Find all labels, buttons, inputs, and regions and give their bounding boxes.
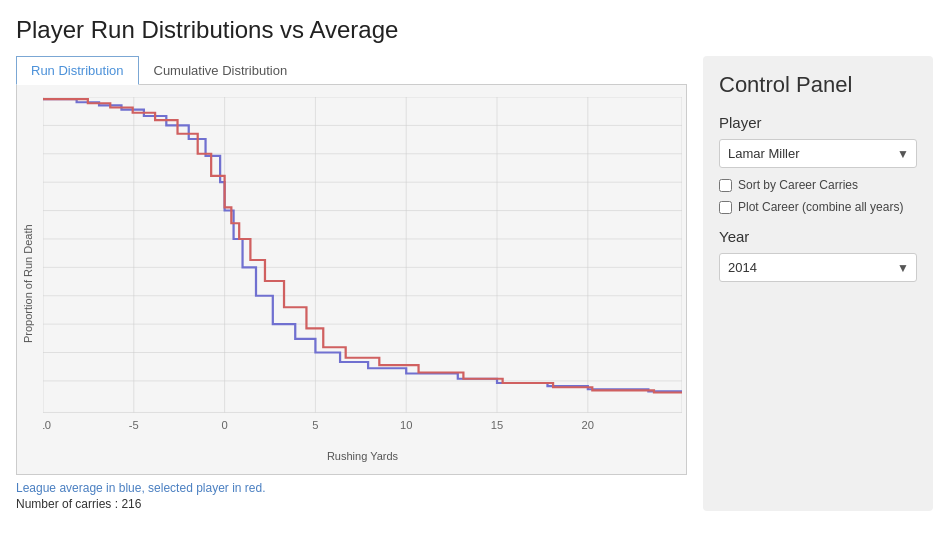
tab-cumulative-distribution[interactable]: Cumulative Distribution (139, 56, 303, 84)
year-label: Year (719, 228, 917, 245)
svg-text:5: 5 (312, 420, 318, 432)
sort-by-career-label: Sort by Career Carries (738, 178, 858, 192)
sort-by-career-checkbox[interactable] (719, 179, 732, 192)
tab-run-distribution[interactable]: Run Distribution (16, 56, 139, 85)
x-axis-label: Rushing Yards (43, 450, 682, 462)
svg-text:15: 15 (491, 420, 503, 432)
player-select-wrapper: Lamar Miller Adrian Peterson LeSean McCo… (719, 139, 917, 168)
chart-inner: 0.0 0.1 0.2 0.3 0.4 0.5 0.6 0.7 0.8 0.9 … (39, 93, 686, 474)
plot-career-checkbox[interactable] (719, 201, 732, 214)
sort-by-career-row: Sort by Career Carries (719, 178, 917, 192)
legend-text: League average in blue, selected player … (16, 481, 687, 495)
svg-text:0: 0 (221, 420, 227, 432)
carries-value: 216 (121, 497, 141, 511)
left-panel: Run Distribution Cumulative Distribution… (16, 56, 687, 511)
carries-info: Number of carries : 216 (16, 497, 687, 511)
year-select-wrapper: 2014 2013 2012 2011 ▼ (719, 253, 917, 282)
player-select[interactable]: Lamar Miller Adrian Peterson LeSean McCo… (719, 139, 917, 168)
year-section: Year 2014 2013 2012 2011 ▼ (719, 228, 917, 282)
control-panel: Control Panel Player Lamar Miller Adrian… (703, 56, 933, 511)
svg-text:20: 20 (582, 420, 594, 432)
chart-svg: 0.0 0.1 0.2 0.3 0.4 0.5 0.6 0.7 0.8 0.9 … (43, 97, 682, 444)
main-layout: Run Distribution Cumulative Distribution… (16, 56, 933, 511)
page-title: Player Run Distributions vs Average (16, 16, 933, 44)
svg-text:10: 10 (400, 420, 412, 432)
chart-container: Proportion of Run Death (16, 85, 687, 475)
svg-text:-10: -10 (43, 420, 51, 432)
year-select[interactable]: 2014 2013 2012 2011 (719, 253, 917, 282)
carries-label: Number of carries : (16, 497, 118, 511)
control-panel-title: Control Panel (719, 72, 917, 98)
plot-career-row: Plot Career (combine all years) (719, 200, 917, 214)
tabs-container: Run Distribution Cumulative Distribution (16, 56, 687, 85)
plot-career-label: Plot Career (combine all years) (738, 200, 903, 214)
svg-text:-5: -5 (129, 420, 139, 432)
player-label: Player (719, 114, 917, 131)
svg-rect-0 (43, 97, 682, 412)
y-axis-label: Proportion of Run Death (17, 93, 39, 474)
